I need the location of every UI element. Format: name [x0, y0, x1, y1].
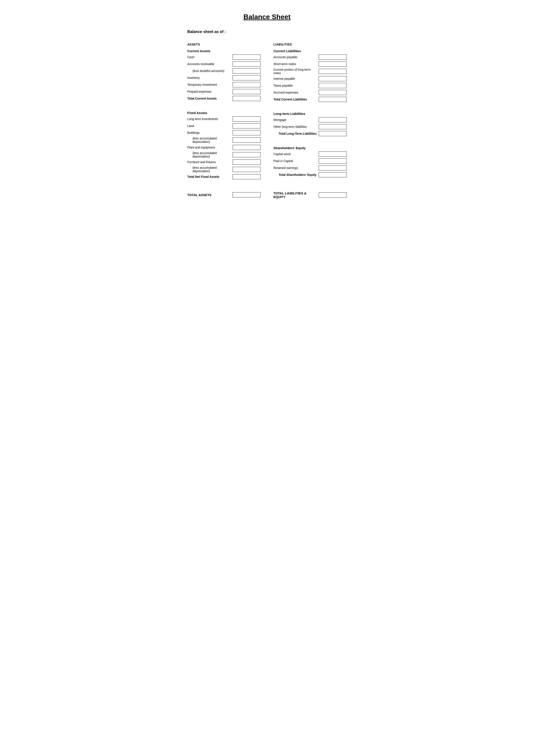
other-longterm-liabilities-label: Other long-term liabilities	[273, 125, 319, 128]
plant-equipment-input[interactable]	[233, 145, 261, 150]
land-row: Land	[187, 123, 261, 129]
short-term-notes-label: Short-term notes	[273, 62, 319, 66]
temporary-investment-input[interactable]	[233, 82, 261, 87]
total-net-fixed-assets-label: Total Net Fixed Assets	[187, 175, 233, 178]
other-longterm-liabilities-input[interactable]	[319, 124, 347, 129]
longterm-liabilities-header: Long-term Liabilities	[273, 112, 347, 116]
accounts-receivable-input[interactable]	[233, 62, 261, 67]
liabilities-header: LIABILITIES	[273, 43, 347, 46]
total-current-assets-input[interactable]	[233, 96, 261, 101]
prepaid-expenses-row: Prepaid expenses	[187, 89, 261, 94]
less-accum-dep-buildings-label: (less accumulated depreciation)	[187, 137, 233, 144]
less-accum-dep-furniture-input[interactable]	[233, 167, 261, 172]
furniture-fixtures-label: Furniture and fixtures	[187, 160, 233, 164]
less-accum-dep-buildings-input[interactable]	[233, 138, 261, 143]
furniture-fixtures-row: Furniture and fixtures	[187, 159, 261, 165]
current-portion-longterm-label: Current portion of long-term notes	[273, 68, 319, 75]
retained-earnings-row: Retained earnings	[273, 165, 347, 171]
furniture-fixtures-input[interactable]	[233, 159, 261, 165]
total-liabilities-equity-section: TOTAL LIABILITIES & EQUITY	[267, 187, 347, 199]
total-current-liabilities-input[interactable]	[319, 97, 347, 102]
prepaid-expenses-input[interactable]	[233, 89, 261, 94]
current-portion-longterm-input[interactable]	[319, 69, 347, 74]
less-doubtful-row: (less doubtful accounts)	[187, 68, 261, 74]
fixed-assets-header: Fixed Assets	[187, 111, 261, 115]
current-liabilities-header: Current Liabilities	[273, 49, 347, 53]
less-accum-dep-plant-row: (less accumulated depreciation)	[187, 151, 261, 158]
interest-payable-label: Interest payable	[273, 77, 319, 80]
temporary-investment-row: Temporary investment	[187, 82, 261, 88]
total-assets-section: TOTAL ASSETS	[187, 187, 267, 199]
total-longterm-liabilities-input[interactable]	[319, 131, 347, 136]
buildings-label: Buildings	[187, 131, 233, 134]
inventory-row: Inventory	[187, 75, 261, 81]
accrued-expenses-input[interactable]	[319, 90, 347, 95]
total-liabilities-equity-input[interactable]	[319, 192, 347, 198]
total-current-liabilities-label: Total Current Liabilities	[273, 97, 319, 101]
accounts-payable-row: Accounts payable	[273, 54, 347, 60]
total-longterm-liabilities-label: Total Long-Term Liabilities	[273, 132, 319, 135]
total-shareholders-equity-input[interactable]	[319, 172, 347, 177]
taxes-payable-label: Taxes payable	[273, 84, 319, 87]
current-portion-longterm-row: Current portion of long-term notes	[273, 68, 347, 75]
less-accum-dep-plant-input[interactable]	[233, 152, 261, 157]
short-term-notes-input[interactable]	[319, 62, 347, 67]
short-term-notes-row: Short-term notes	[273, 61, 347, 67]
less-doubtful-label: (less doubtful accounts)	[187, 69, 233, 73]
plant-equipment-row: Plant and equipment	[187, 145, 261, 150]
mortgage-row: Mortgage	[273, 117, 347, 123]
paid-in-capital-label: Paid in Capital	[273, 159, 319, 163]
accounts-payable-input[interactable]	[319, 55, 347, 60]
total-current-liabilities-row: Total Current Liabilities	[273, 96, 347, 102]
paid-in-capital-input[interactable]	[319, 158, 347, 164]
less-doubtful-input[interactable]	[233, 68, 261, 73]
less-accum-dep-furniture-label: (less accumulated depreciation)	[187, 166, 233, 173]
cash-row: Cash	[187, 54, 261, 60]
retained-earnings-input[interactable]	[319, 165, 347, 171]
accrued-expenses-row: Accrued expenses	[273, 90, 347, 95]
taxes-payable-input[interactable]	[319, 83, 347, 88]
paid-in-capital-row: Paid in Capital	[273, 158, 347, 164]
current-assets-header: Current Assets	[187, 49, 261, 53]
buildings-input[interactable]	[233, 130, 261, 135]
total-shareholders-equity-row: Total Shareholders' Equity	[273, 172, 347, 178]
accounts-payable-label: Accounts payable	[273, 55, 319, 59]
cash-label: Cash	[187, 55, 233, 59]
total-liabilities-equity-row: TOTAL LIABILITIES & EQUITY	[273, 191, 347, 199]
retained-earnings-label: Retained earnings	[273, 166, 319, 170]
longterm-investments-input[interactable]	[233, 116, 261, 122]
interest-payable-input[interactable]	[319, 76, 347, 81]
total-longterm-liabilities-row: Total Long-Term Liabilities	[273, 131, 347, 137]
less-accum-dep-buildings-row: (less accumulated depreciation)	[187, 137, 261, 144]
taxes-payable-row: Taxes payable	[273, 83, 347, 89]
prepaid-expenses-label: Prepaid expenses	[187, 90, 233, 93]
total-assets-input[interactable]	[233, 192, 261, 198]
bottom-totals-section: TOTAL ASSETS TOTAL LIABILITIES & EQUITY	[187, 185, 347, 199]
inventory-input[interactable]	[233, 75, 261, 80]
capital-stock-label: Capital stock	[273, 152, 319, 156]
total-assets-label: TOTAL ASSETS	[187, 193, 233, 197]
accrued-expenses-label: Accrued expenses	[273, 91, 319, 94]
cash-input[interactable]	[233, 55, 261, 60]
buildings-row: Buildings	[187, 130, 261, 136]
total-net-fixed-assets-input[interactable]	[233, 174, 261, 179]
total-liabilities-equity-label: TOTAL LIABILITIES & EQUITY	[273, 191, 319, 199]
total-current-assets-label: Total Current Assets	[187, 97, 233, 100]
total-current-assets-row: Total Current Assets	[187, 95, 261, 101]
page-title: Balance Sheet	[187, 13, 347, 21]
longterm-investments-label: Long-term investments	[187, 117, 233, 121]
capital-stock-input[interactable]	[319, 151, 347, 157]
plant-equipment-label: Plant and equipment	[187, 146, 233, 149]
less-accum-dep-plant-label: (less accumulated depreciation)	[187, 151, 233, 158]
land-label: Land	[187, 124, 233, 127]
less-accum-dep-furniture-row: (less accumulated depreciation)	[187, 166, 261, 173]
land-input[interactable]	[233, 123, 261, 128]
inventory-label: Inventory	[187, 76, 233, 80]
capital-stock-row: Capital stock	[273, 151, 347, 157]
total-net-fixed-assets-row: Total Net Fixed Assets	[187, 174, 261, 180]
mortgage-input[interactable]	[319, 117, 347, 122]
longterm-investments-row: Long-term investments	[187, 116, 261, 122]
assets-header: ASSETS	[187, 43, 261, 46]
accounts-receivable-row: Accounts receivable	[187, 61, 261, 67]
interest-payable-row: Interest payable	[273, 76, 347, 82]
